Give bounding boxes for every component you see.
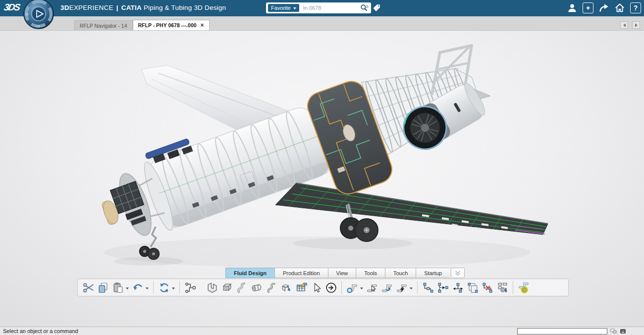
tab-label: RFLP - PHY 0678 ---.000 bbox=[138, 22, 197, 28]
search-filter-button[interactable]: Favorite bbox=[268, 4, 299, 12]
aircraft-wing bbox=[275, 183, 548, 235]
ribbon-tab-label: Fluid Design bbox=[234, 270, 267, 276]
tab-rflp-navigator[interactable]: RFLP Navigator - 14 bbox=[74, 20, 133, 30]
ground-shadow bbox=[104, 237, 530, 268]
cut-icon[interactable] bbox=[81, 280, 96, 295]
stretch-route-icon[interactable] bbox=[450, 280, 465, 295]
compass-bottom-label: V.R bbox=[36, 25, 40, 28]
window-tabs: RFLP Navigator - 14 RFLP - PHY 0678 ---.… bbox=[74, 20, 210, 30]
power-input-icon[interactable] bbox=[323, 280, 338, 295]
tab-close-icon[interactable]: × bbox=[201, 22, 204, 29]
piping-settings-icon[interactable] bbox=[516, 280, 531, 295]
ribbon-tab-label: Product Edition bbox=[283, 270, 320, 276]
tab-scroll-left-icon[interactable] bbox=[620, 21, 628, 29]
select-icon[interactable] bbox=[309, 280, 323, 295]
search-input[interactable] bbox=[302, 4, 359, 11]
logical-flow-icon[interactable] bbox=[183, 280, 198, 295]
ribbon-tab-view[interactable]: View bbox=[328, 268, 356, 278]
compass-left-label: 3D bbox=[25, 13, 29, 16]
disconnect-icon[interactable] bbox=[480, 280, 495, 295]
ribbon-tab-startup[interactable]: Startup bbox=[416, 268, 449, 278]
add-icon[interactable]: + bbox=[583, 2, 593, 13]
select-pipe-run-icon[interactable] bbox=[365, 280, 379, 295]
user-icon[interactable] bbox=[567, 2, 578, 13]
ribbon-tab-product-edition[interactable]: Product Edition bbox=[274, 268, 328, 278]
title-product: EXPERIENCE bbox=[69, 4, 113, 11]
ribbon-tab-fluid-design[interactable]: Fluid Design bbox=[225, 268, 274, 278]
aircraft-model[interactable] bbox=[0, 31, 644, 298]
search-bar[interactable]: Favorite bbox=[266, 2, 371, 13]
tab-rflp-phy-0678[interactable]: RFLP - PHY 0678 ---.000 × bbox=[133, 20, 210, 30]
title-app-bold: CATIA bbox=[121, 4, 142, 11]
ribbon-tab-touch[interactable]: Touch bbox=[385, 268, 416, 278]
header-action-icons: + ? bbox=[567, 2, 641, 13]
window-tab-strip: RFLP Navigator - 14 RFLP - PHY 0678 ---.… bbox=[0, 16, 644, 31]
ribbon-tab-tools[interactable]: Tools bbox=[356, 268, 385, 278]
ribbon-tab-label: Touch bbox=[393, 270, 408, 276]
reconnect-icon[interactable] bbox=[435, 280, 450, 295]
ribbon-tab-label: Tools bbox=[364, 270, 377, 276]
tag-icon[interactable] bbox=[372, 3, 381, 12]
copy-route-icon[interactable] bbox=[465, 280, 480, 295]
route-pipe-dropdown-icon[interactable] bbox=[360, 287, 363, 291]
quick-connect-dropdown-icon[interactable] bbox=[410, 287, 413, 291]
share-icon[interactable] bbox=[598, 2, 609, 13]
help-icon[interactable]: ? bbox=[630, 2, 641, 13]
transfer-pipe-icon[interactable] bbox=[379, 280, 394, 295]
rigid-tube-icon[interactable] bbox=[249, 280, 264, 295]
application-window: 3DS 3DEXPERIENCE|CATIA Piping & Tubing 3… bbox=[0, 0, 644, 335]
action-toolbar bbox=[77, 279, 569, 296]
run-icon[interactable] bbox=[264, 280, 279, 295]
raceway-icon[interactable] bbox=[205, 280, 219, 295]
status-bar: Select an object or a command bbox=[0, 327, 644, 335]
design-table-icon[interactable] bbox=[294, 280, 309, 295]
app-title: 3DEXPERIENCE|CATIA Piping & Tubing 3D De… bbox=[60, 4, 226, 11]
title-product-bold: 3D bbox=[60, 4, 69, 11]
ribbon-tab-bar: Fluid Design Product Edition View Tools … bbox=[225, 268, 465, 278]
3ds-logo-icon: 3DS bbox=[3, 2, 20, 13]
ribbon-tab-label: Startup bbox=[424, 270, 441, 276]
tab-label: RFLP Navigator - 14 bbox=[80, 23, 127, 29]
chevron-down-icon bbox=[293, 7, 296, 11]
status-message: Select an object or a command bbox=[3, 328, 78, 334]
search-icon[interactable] bbox=[359, 3, 369, 13]
search-filter-label: Favorite bbox=[271, 5, 291, 11]
virtual-keyboard-icon[interactable] bbox=[619, 329, 626, 335]
home-icon[interactable] bbox=[614, 2, 625, 13]
undo-icon[interactable] bbox=[130, 280, 145, 295]
title-divider: | bbox=[116, 4, 118, 11]
build-network-icon[interactable] bbox=[495, 280, 510, 295]
tab-scroll-right-icon[interactable] bbox=[632, 21, 640, 29]
place-component-icon[interactable] bbox=[279, 280, 294, 295]
command-input[interactable] bbox=[517, 328, 607, 335]
windows-icon[interactable] bbox=[610, 329, 617, 335]
connect-port-icon[interactable] bbox=[421, 280, 435, 295]
paste-icon[interactable] bbox=[110, 280, 125, 295]
ribbon-collapse-icon[interactable] bbox=[451, 268, 465, 278]
flexible-pipe-icon[interactable] bbox=[234, 280, 249, 295]
quick-connect-icon[interactable] bbox=[394, 280, 409, 295]
update-dropdown-icon[interactable] bbox=[172, 287, 175, 291]
command-field-area bbox=[517, 328, 626, 335]
route-pipe-icon[interactable] bbox=[345, 280, 360, 295]
duct-icon[interactable] bbox=[219, 280, 234, 295]
3dexperience-compass[interactable]: 3D V.R bbox=[23, 0, 54, 30]
ribbon-tab-label: View bbox=[336, 270, 348, 276]
update-icon[interactable] bbox=[157, 280, 171, 295]
undo-dropdown-icon[interactable] bbox=[146, 287, 149, 291]
paste-dropdown-icon[interactable] bbox=[126, 287, 129, 291]
copy-icon[interactable] bbox=[96, 280, 110, 295]
tab-scroll-controls bbox=[620, 21, 640, 29]
top-bar: 3DS 3DEXPERIENCE|CATIA Piping & Tubing 3… bbox=[0, 0, 644, 16]
title-app-suffix: Piping & Tubing 3D Design bbox=[144, 4, 226, 11]
